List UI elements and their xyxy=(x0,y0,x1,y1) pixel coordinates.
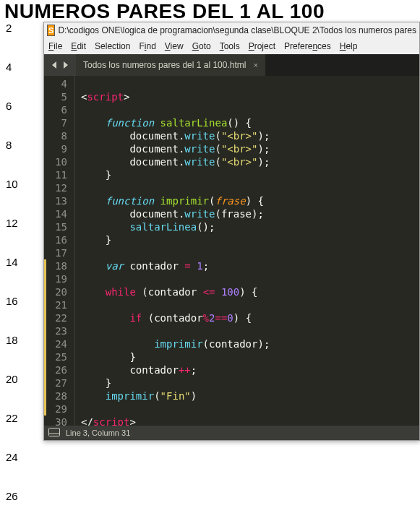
code-line xyxy=(81,402,419,415)
code-line: imprimir("Fin") xyxy=(81,389,419,402)
menu-file[interactable]: File xyxy=(48,41,62,51)
editor-window: S D:\codigos ONE\logica de programacion\… xyxy=(43,22,420,441)
gutter-line: 17 xyxy=(46,246,67,259)
gutter-line: 25 xyxy=(46,350,67,363)
code-line: while (contador <= 100) { xyxy=(81,285,419,298)
gutter-line: 26 xyxy=(46,363,67,376)
output-number: 14 xyxy=(0,256,29,295)
gutter-line: 11 xyxy=(46,168,67,181)
gutter-line: 15 xyxy=(46,220,67,233)
gutter-line: 21 xyxy=(46,298,67,311)
gutter-line: 20 xyxy=(46,285,67,298)
cursor-position: Line 3, Column 31 xyxy=(66,429,130,437)
gutter-line: 28 xyxy=(46,389,67,402)
gutter-line: 16 xyxy=(46,233,67,246)
gutter-line: 7 xyxy=(46,116,67,129)
svg-rect-0 xyxy=(49,429,60,436)
gutter-line: 14 xyxy=(46,207,67,220)
output-number: 16 xyxy=(0,295,29,334)
code-line xyxy=(81,324,419,337)
output-number: 4 xyxy=(0,61,29,100)
output-number: 8 xyxy=(0,139,29,178)
menu-view[interactable]: View xyxy=(165,41,184,51)
tab-nav-arrows[interactable] xyxy=(44,54,76,76)
gutter-line: 9 xyxy=(46,142,67,155)
code-line: saltarLinea(); xyxy=(81,220,419,233)
code-line: } xyxy=(81,376,419,389)
code-line xyxy=(81,181,419,194)
code-line xyxy=(81,298,419,311)
code-content[interactable]: <script> function saltarLinea() { docume… xyxy=(75,76,419,426)
gutter-line: 23 xyxy=(46,324,67,337)
window-title: D:\codigos ONE\logica de programacion\se… xyxy=(58,25,416,35)
statusbar: Line 3, Column 31 xyxy=(44,426,419,440)
code-line: document.write("<br>"); xyxy=(81,129,419,142)
code-line: var contador = 1; xyxy=(81,259,419,272)
gutter-line: 6 xyxy=(46,103,67,116)
output-number: 12 xyxy=(0,217,29,256)
tab-next-icon xyxy=(62,61,68,69)
code-line: if (contador%2==0) { xyxy=(81,311,419,324)
tabbar: Todos los numeros pares del 1 al 100.htm… xyxy=(44,54,419,76)
output-number: 24 xyxy=(0,451,29,490)
code-line: } xyxy=(81,168,419,181)
sublime-icon: S xyxy=(47,25,55,36)
gutter-line: 27 xyxy=(46,376,67,389)
gutter-line: 19 xyxy=(46,272,67,285)
gutter-line: 24 xyxy=(46,337,67,350)
code-line xyxy=(81,272,419,285)
output-number: 20 xyxy=(0,373,29,412)
gutter-line: 29 xyxy=(46,402,67,415)
gutter-line: 18 xyxy=(46,259,67,272)
code-line: function imprimir(frase) { xyxy=(81,194,419,207)
output-number: 6 xyxy=(0,100,29,139)
output-number: 18 xyxy=(0,334,29,373)
gutter-line: 13 xyxy=(46,194,67,207)
menu-project[interactable]: Project xyxy=(249,41,275,51)
tab-prev-icon xyxy=(52,61,58,69)
output-number: 26 xyxy=(0,490,29,521)
gutter-line: 12 xyxy=(46,181,67,194)
code-line xyxy=(81,103,419,116)
line-gutter: 4567891011121314151617181920212223242526… xyxy=(46,76,75,426)
code-line: } xyxy=(81,350,419,363)
code-line: contador++; xyxy=(81,363,419,376)
code-line: } xyxy=(81,233,419,246)
menu-help[interactable]: Help xyxy=(340,41,358,51)
code-line: imprimir(contador); xyxy=(81,337,419,350)
code-line: <script> xyxy=(81,90,419,103)
menu-goto[interactable]: Goto xyxy=(192,41,211,51)
output-numbers-column: 2468101214161820222426 xyxy=(0,22,29,521)
code-line xyxy=(81,246,419,259)
code-line: document.write("<br>"); xyxy=(81,142,419,155)
menu-find[interactable]: Find xyxy=(139,41,155,51)
menubar: File Edit Selection Find View Goto Tools… xyxy=(44,38,419,54)
menu-edit[interactable]: Edit xyxy=(71,41,86,51)
code-line xyxy=(81,77,419,90)
output-number: 22 xyxy=(0,412,29,451)
page-title: NUMEROS PARES DEL 1 AL 100 xyxy=(0,0,420,23)
code-area[interactable]: 4567891011121314151617181920212223242526… xyxy=(44,76,419,426)
code-line: document.write(frase); xyxy=(81,207,419,220)
code-line: </script> xyxy=(81,415,419,426)
gutter-line: 8 xyxy=(46,129,67,142)
gutter-line: 4 xyxy=(46,77,67,90)
code-line: function saltarLinea() { xyxy=(81,116,419,129)
close-icon[interactable]: × xyxy=(253,61,257,69)
code-line: document.write("<br>"); xyxy=(81,155,419,168)
gutter-line: 30 xyxy=(46,415,67,426)
gutter-line: 5 xyxy=(46,90,67,103)
menu-preferences[interactable]: Preferences xyxy=(284,41,331,51)
menu-tools[interactable]: Tools xyxy=(220,41,240,51)
menu-selection[interactable]: Selection xyxy=(95,41,130,51)
window-titlebar: S D:\codigos ONE\logica de programacion\… xyxy=(44,22,419,38)
gutter-line: 10 xyxy=(46,155,67,168)
panel-icon[interactable] xyxy=(48,428,60,438)
output-number: 2 xyxy=(0,22,29,61)
output-number: 10 xyxy=(0,178,29,217)
gutter-line: 22 xyxy=(46,311,67,324)
tab-label: Todos los numeros pares del 1 al 100.htm… xyxy=(83,60,246,70)
file-tab[interactable]: Todos los numeros pares del 1 al 100.htm… xyxy=(76,54,265,76)
